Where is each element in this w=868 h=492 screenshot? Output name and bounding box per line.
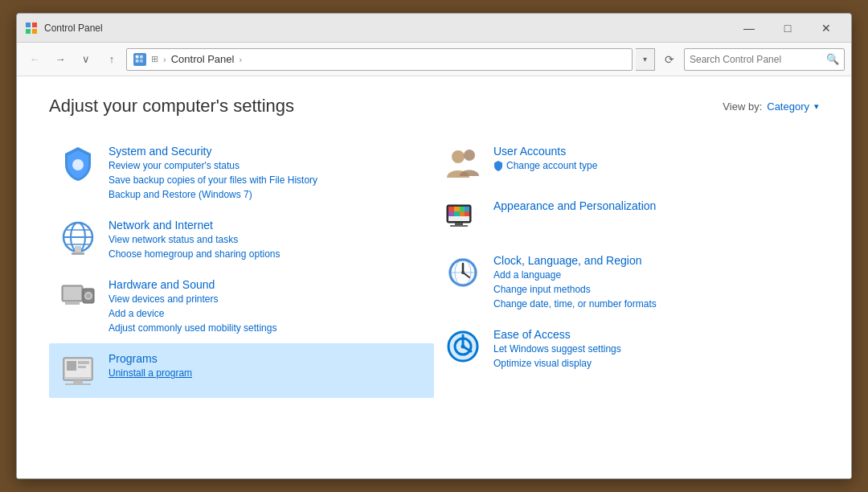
address-text: Control Panel	[171, 53, 235, 65]
svg-rect-42	[455, 223, 463, 225]
svg-rect-43	[450, 225, 468, 227]
content-area: Adjust your computer's settings View by:…	[17, 76, 851, 478]
svg-rect-41	[448, 216, 469, 221]
network-text: Network and Internet View network status…	[108, 218, 424, 261]
network-link-1[interactable]: View network status and tasks	[108, 232, 424, 247]
address-field[interactable]: ⊞ › Control Panel ›	[126, 48, 633, 71]
svg-rect-6	[136, 59, 139, 63]
programs-link-1[interactable]: Uninstall a program	[108, 366, 424, 380]
address-arrow: ›	[163, 55, 166, 64]
user-accounts-icon	[444, 144, 482, 182]
system-security-link-1[interactable]: Review your computer's status	[108, 158, 424, 173]
svg-rect-3	[32, 29, 37, 34]
ease-icon	[444, 327, 482, 366]
panel-item-programs[interactable]: Programs Uninstall a program	[49, 343, 434, 398]
svg-rect-4	[136, 55, 139, 58]
svg-rect-38	[454, 211, 460, 216]
panel-item-user-accounts[interactable]: User Accounts Change account type	[434, 136, 819, 191]
search-box[interactable]: 🔍	[684, 48, 845, 71]
ease-text: Ease of Access Let Windows suggest setti…	[493, 327, 809, 371]
window-icon	[23, 20, 39, 36]
user-accounts-link-1[interactable]: Change account type	[493, 158, 809, 173]
svg-rect-40	[465, 211, 469, 216]
programs-title[interactable]: Programs	[108, 352, 158, 365]
view-by-value[interactable]: Category	[767, 100, 809, 113]
address-bar: ← → ∨ ↑ ⊞ › Control Panel › ▾ ⟳ 🔍	[17, 43, 851, 76]
user-accounts-title[interactable]: User Accounts	[493, 145, 566, 158]
window-controls: — □ ✕	[731, 17, 845, 39]
system-security-link-3[interactable]: Backup and Restore (Windows 7)	[108, 187, 424, 202]
close-button[interactable]: ✕	[808, 17, 845, 39]
panel-item-hardware[interactable]: Hardware and Sound View devices and prin…	[49, 269, 434, 343]
svg-point-8	[72, 159, 84, 170]
view-by-label: View by:	[723, 100, 762, 113]
svg-rect-1	[32, 23, 37, 27]
svg-point-21	[86, 293, 91, 298]
svg-rect-5	[140, 55, 143, 58]
view-by-arrow[interactable]: ▾	[814, 101, 819, 112]
svg-rect-2	[26, 29, 31, 34]
view-by: View by: Category ▾	[723, 100, 819, 113]
svg-rect-28	[65, 383, 91, 385]
clock-title[interactable]: Clock, Language, and Region	[493, 254, 641, 267]
ease-title[interactable]: Ease of Access	[493, 328, 571, 341]
svg-rect-35	[460, 207, 465, 211]
svg-rect-24	[67, 361, 76, 371]
svg-point-57	[461, 345, 465, 349]
svg-point-29	[452, 150, 465, 163]
svg-rect-39	[460, 211, 465, 216]
dropdown-button[interactable]: ∨	[75, 48, 97, 71]
hardware-title[interactable]: Hardware and Sound	[108, 278, 215, 291]
refresh-button[interactable]: ⟳	[658, 48, 681, 71]
search-icon: 🔍	[826, 53, 839, 65]
hardware-text: Hardware and Sound View devices and prin…	[108, 277, 424, 335]
hardware-link-1[interactable]: View devices and printers	[108, 292, 424, 306]
ease-link-1[interactable]: Let Windows suggest settings	[493, 342, 809, 356]
search-input[interactable]	[690, 54, 823, 65]
network-link-2[interactable]: Choose homegroup and sharing options	[108, 247, 424, 261]
system-security-icon	[59, 144, 97, 182]
panel-item-ease[interactable]: Ease of Access Let Windows suggest setti…	[434, 319, 819, 379]
appearance-title[interactable]: Appearance and Personalization	[493, 199, 656, 212]
minimize-button[interactable]: —	[731, 17, 768, 39]
ease-link-2[interactable]: Optimize visual display	[493, 356, 809, 371]
clock-link-2[interactable]: Change input methods	[493, 282, 809, 297]
hardware-link-3[interactable]: Adjust commonly used mobility settings	[108, 321, 424, 335]
network-icon	[59, 218, 97, 256]
main-window: Control Panel — □ ✕ ← → ∨ ↑ ⊞ › Control …	[16, 13, 852, 479]
clock-icon	[444, 253, 482, 292]
panel-item-appearance[interactable]: Appearance and Personalization	[434, 191, 819, 245]
appearance-icon	[444, 199, 482, 237]
address-icon	[133, 53, 146, 66]
panel-item-system-security[interactable]: System and Security Review your computer…	[49, 136, 434, 210]
maximize-button[interactable]: □	[769, 17, 806, 39]
address-prefix: ⊞	[151, 54, 158, 64]
address-end-arrow: ›	[239, 55, 242, 64]
programs-text: Programs Uninstall a program	[108, 351, 424, 380]
title-bar: Control Panel — □ ✕	[17, 14, 851, 43]
right-column: User Accounts Change account type	[434, 136, 819, 398]
panel-grid: System and Security Review your computer…	[49, 136, 819, 398]
hardware-link-2[interactable]: Add a device	[108, 306, 424, 321]
system-security-link-2[interactable]: Save backup copies of your files with Fi…	[108, 173, 424, 187]
panel-item-clock[interactable]: Clock, Language, and Region Add a langua…	[434, 245, 819, 319]
svg-rect-25	[78, 361, 89, 364]
svg-rect-18	[65, 302, 80, 305]
clock-link-3[interactable]: Change date, time, or number formats	[493, 297, 809, 311]
network-title[interactable]: Network and Internet	[108, 219, 213, 232]
panel-item-network[interactable]: Network and Internet View network status…	[49, 210, 434, 269]
back-button[interactable]: ←	[23, 48, 46, 71]
svg-rect-27	[73, 380, 83, 383]
svg-rect-36	[465, 207, 469, 211]
address-dropdown[interactable]: ▾	[636, 48, 655, 71]
svg-rect-15	[72, 252, 84, 255]
system-security-title[interactable]: System and Security	[108, 145, 211, 158]
svg-rect-33	[448, 207, 454, 211]
up-button[interactable]: ↑	[100, 48, 123, 71]
svg-rect-26	[78, 366, 86, 368]
appearance-text: Appearance and Personalization	[493, 199, 809, 213]
svg-rect-34	[454, 207, 460, 211]
clock-link-1[interactable]: Add a language	[493, 268, 809, 282]
forward-button[interactable]: →	[49, 48, 72, 71]
svg-rect-0	[26, 23, 31, 27]
